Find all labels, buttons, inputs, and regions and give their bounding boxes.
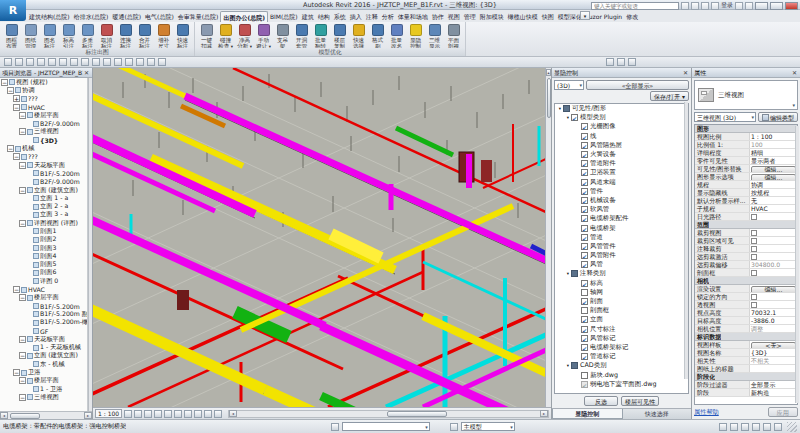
sync-icon[interactable] [26,58,34,66]
connect-tag-button[interactable]: 连接 标注 [116,23,135,49]
thin-lines-icon[interactable] [136,58,144,66]
design-option-select[interactable]: 主模型 [461,422,515,431]
invert-selection-button[interactable]: 反选 [584,396,618,406]
category-row[interactable]: 软风管 [555,205,688,214]
temporary-hide-icon[interactable] [184,410,192,418]
property-checkbox[interactable] [751,230,757,236]
category-checkbox[interactable] [581,280,588,287]
category-row[interactable]: 弱电地下室平面图.dwg [555,380,688,389]
property-row[interactable]: 零件可见性 显示两者 [695,157,797,165]
category-row[interactable]: 火警设备 [555,150,688,159]
category-checkbox[interactable] [581,160,588,167]
merge-tag-button[interactable]: 合并 标注 [135,23,154,49]
property-row[interactable]: 子规程 HVAC [695,205,797,213]
category-row[interactable]: 管件 [555,187,688,196]
category-checkbox[interactable] [581,326,588,333]
property-value[interactable]: 不相关 [750,357,797,364]
tree-toggle-icon[interactable] [7,145,14,152]
property-value[interactable] [750,237,797,244]
exchange-apps-icon[interactable] [735,2,743,10]
user-icon[interactable] [711,2,719,10]
sheet-manage-button[interactable]: 图纸 管理 [21,23,40,49]
print-icon[interactable] [37,58,45,66]
property-value[interactable]: 100 [750,141,797,148]
property-row[interactable]: 锁定的方向 [695,293,797,301]
property-value[interactable] [750,301,797,308]
category-checkbox[interactable] [581,169,588,176]
ribbon-tab[interactable]: 橄榄山快模 [506,11,540,22]
browser-tree-item[interactable]: 详图 0 [0,277,87,285]
category-row[interactable]: 风管隔热层 [555,141,688,150]
measure-icon[interactable] [70,58,78,66]
ribbon-tab[interactable]: 电气(总院) [143,11,176,22]
category-checkbox[interactable] [581,206,588,213]
property-row[interactable]: 目标高度 -3886.0 [695,317,797,325]
ribbon-tab[interactable]: 修改 [624,11,640,22]
element-select[interactable]: 三维视图 (3D) [694,112,756,122]
category-row[interactable]: 剖面框 [555,306,688,315]
property-row[interactable]: 视图名称 {3D} [695,349,797,357]
close-hidden-windows-icon[interactable] [147,58,155,66]
ribbon-tab[interactable]: 视图 [446,11,462,22]
properties-help-link[interactable]: 属性帮助 [694,408,764,417]
property-row[interactable]: 相机位置 调整 [695,325,797,333]
search-input[interactable] [591,2,679,10]
tree-toggle-icon[interactable] [13,286,20,293]
category-row[interactable]: 风管标记 [555,334,688,343]
category-checkbox[interactable] [581,307,588,314]
drag-elements-icon[interactable] [763,423,771,431]
ribbon-tab[interactable]: 结构 [316,11,332,22]
close-icon[interactable]: ✕ [682,68,689,77]
ribbon-tab[interactable]: 快图 [540,11,556,22]
property-checkbox[interactable] [751,214,757,220]
tree-toggle-icon[interactable] [19,294,26,301]
tree-toggle-icon[interactable] [19,112,26,119]
tree-toggle-icon[interactable] [1,79,8,86]
category-checkbox[interactable] [571,362,578,369]
design-options-icon[interactable] [450,423,458,431]
shadows-icon[interactable] [154,410,162,418]
property-row[interactable]: 默认分析显示样... 无 [695,197,797,205]
help-icon[interactable] [745,2,753,10]
property-checkbox[interactable] [751,294,757,300]
category-row[interactable]: 管道附件 [555,159,688,168]
detail-level-icon[interactable] [124,410,132,418]
save-icon[interactable] [15,58,23,66]
category-row[interactable]: 尺寸标注 [555,325,688,334]
property-value[interactable]: <无> [750,341,797,348]
elevation-tag-button[interactable]: 标高 引注 [59,23,78,49]
property-row[interactable]: 图形显示选项 编辑... [695,173,797,181]
property-row[interactable]: 相关性 不相关 [695,357,797,365]
3d-viewport[interactable]: ▴ 1 : 100 ◂▸ [93,68,551,419]
select-links-icon[interactable] [730,423,738,431]
property-value[interactable]: {3D} [750,349,797,356]
ribbon-tab[interactable]: 出图办公(总院) [220,11,267,22]
property-row[interactable]: 阶段化 [695,373,797,381]
browser-tree-item[interactable]: 协调 [0,86,87,94]
tree-toggle-icon[interactable] [13,153,20,160]
close-button[interactable] [785,2,798,10]
edit-type-button[interactable]: 编辑类型 [758,112,798,122]
property-row[interactable]: 详细程度 精细 [695,149,797,157]
clash-check-button[interactable]: 碰撞 检查 [216,23,235,50]
multi-tag-button[interactable]: 多重 标注 [78,23,97,49]
property-row[interactable]: 剖面框 [695,269,797,277]
property-checkbox[interactable] [751,238,757,244]
ribbon-tab[interactable]: 管理 [462,11,478,22]
ribbon-tab[interactable]: 建筑 [300,11,316,22]
frame-layout-button[interactable]: 图框 布置 [2,23,21,49]
ribbon-tab[interactable]: BIM(总院) [268,11,300,22]
property-row[interactable]: 阶段 新构造 [695,389,797,397]
browser-horizontal-scrollbar[interactable]: ◂▸ [0,411,92,419]
ribbon-tab[interactable]: 注释 [364,11,380,22]
category-checkbox[interactable] [581,381,588,388]
property-row[interactable]: 日光路径 [695,213,797,221]
favorites-star-icon[interactable] [701,2,709,10]
application-menu-button[interactable]: R [0,0,26,21]
category-row[interactable]: 电缆桥架配件 [555,214,688,223]
aligned-dimension-icon[interactable] [81,58,89,66]
category-checkbox[interactable] [581,298,588,305]
minimize-view-icon[interactable] [606,58,614,66]
default-3d-view-icon[interactable] [114,58,122,66]
tree-toggle-icon[interactable] [19,128,26,135]
